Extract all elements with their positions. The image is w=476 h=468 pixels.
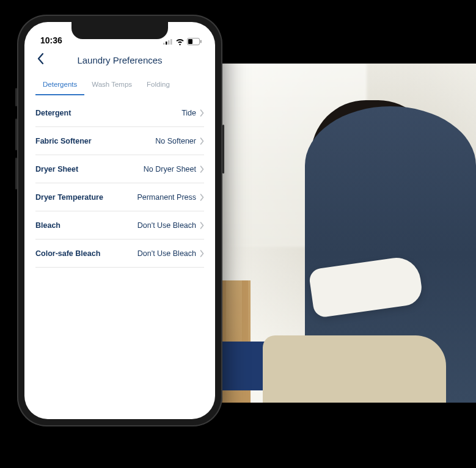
row-value: Don't Use Bleach — [137, 221, 196, 230]
svg-rect-0 — [163, 43, 165, 45]
row-value: No Dryer Sheet — [144, 165, 196, 174]
row-label: Color-safe Bleach — [35, 249, 100, 258]
svg-rect-3 — [170, 39, 172, 45]
svg-rect-5 — [188, 39, 192, 44]
phone-frame: 10:36 Laundry Preferences — [17, 15, 222, 426]
phone-notch — [71, 22, 168, 39]
page-title: Laundry Preferences — [77, 55, 162, 65]
row-detergent[interactable]: Detergent Tide — [35, 99, 204, 127]
chevron-left-icon — [37, 53, 44, 67]
phone-volume-up — [15, 119, 17, 150]
phone-power-button — [222, 125, 224, 174]
settings-list: Detergent Tide Fabric Softener No Soften… — [24, 95, 215, 268]
row-color-safe-bleach[interactable]: Color-safe Bleach Don't Use Bleach — [35, 239, 204, 268]
chevron-right-icon — [200, 137, 204, 145]
back-button[interactable] — [33, 53, 48, 67]
row-dryer-temperature[interactable]: Dryer Temperature Permanent Press — [35, 183, 204, 211]
chevron-right-icon — [200, 250, 204, 257]
tab-detergents[interactable]: Detergents — [35, 76, 84, 95]
tab-wash-temps[interactable]: Wash Temps — [84, 76, 139, 95]
phone-screen: 10:36 Laundry Preferences — [24, 22, 215, 419]
svg-rect-2 — [168, 40, 170, 45]
row-label: Bleach — [35, 221, 60, 230]
row-label: Dryer Sheet — [35, 165, 78, 174]
row-value: No Softener — [155, 137, 196, 145]
chevron-right-icon — [200, 194, 204, 201]
photo-cloth-tan — [263, 335, 446, 403]
chevron-right-icon — [200, 109, 204, 117]
row-dryer-sheet[interactable]: Dryer Sheet No Dryer Sheet — [35, 155, 204, 183]
row-label: Detergent — [35, 109, 71, 117]
row-fabric-softener[interactable]: Fabric Softener No Softener — [35, 127, 204, 155]
status-time: 10:36 — [40, 35, 62, 45]
row-value: Don't Use Bleach — [137, 249, 196, 258]
row-label: Fabric Softener — [35, 137, 92, 145]
wifi-icon — [175, 38, 185, 45]
status-right — [163, 38, 202, 45]
tabs: Detergents Wash Temps Folding — [24, 76, 215, 95]
row-bleach[interactable]: Bleach Don't Use Bleach — [35, 211, 204, 239]
chevron-right-icon — [200, 166, 204, 173]
row-label: Dryer Temperature — [35, 193, 103, 202]
row-value: Permanent Press — [137, 193, 196, 202]
signal-icon — [163, 38, 173, 45]
phone-mute-switch — [15, 88, 17, 106]
svg-rect-1 — [166, 42, 167, 45]
svg-rect-6 — [200, 40, 202, 43]
phone-volume-down — [15, 158, 17, 189]
nav-header: Laundry Preferences — [24, 46, 215, 73]
battery-icon — [187, 38, 202, 45]
tab-folding[interactable]: Folding — [139, 76, 177, 95]
chevron-right-icon — [200, 222, 204, 229]
row-value: Tide — [181, 109, 196, 117]
